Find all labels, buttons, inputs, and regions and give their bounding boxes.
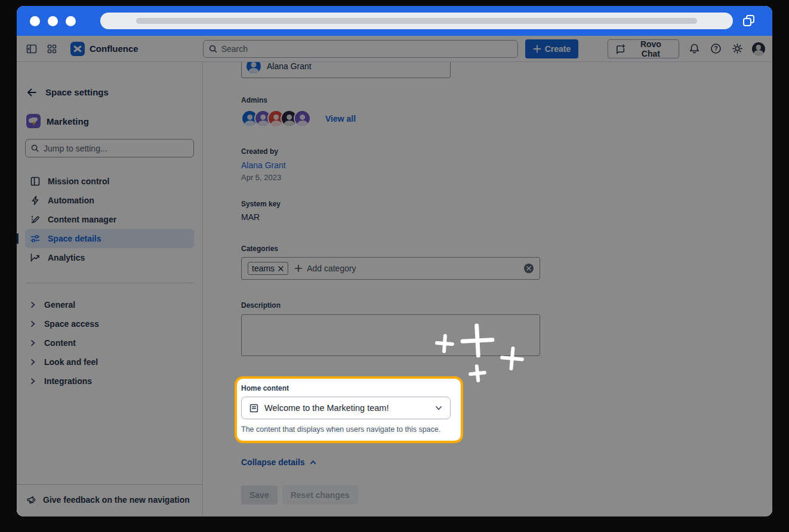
save-button[interactable]: Save bbox=[241, 485, 278, 505]
space-details-icon bbox=[30, 233, 41, 244]
svg-text:?: ? bbox=[714, 45, 717, 52]
category-tag: teams bbox=[248, 262, 288, 275]
create-button[interactable]: Create bbox=[525, 39, 578, 58]
space-settings-sidebar: Space settings Marketing Jump to setting… bbox=[17, 62, 203, 516]
minimize-window-button[interactable] bbox=[48, 16, 58, 26]
chevron-right-icon bbox=[29, 339, 37, 347]
home-content-value: Welcome to the Marketing team! bbox=[264, 403, 429, 413]
plus-icon bbox=[533, 45, 541, 53]
plus-icon bbox=[294, 264, 303, 273]
confluence-logo-icon[interactable] bbox=[70, 42, 85, 56]
section-content[interactable]: Content bbox=[25, 333, 194, 352]
section-general[interactable]: General bbox=[25, 295, 194, 314]
created-date: Apr 5, 2023 bbox=[241, 173, 772, 182]
sidebar-title: Space settings bbox=[45, 87, 109, 97]
app-body: Space settings Marketing Jump to setting… bbox=[17, 62, 772, 516]
content-manager-icon bbox=[30, 214, 41, 225]
megaphone-icon bbox=[26, 494, 37, 505]
app-name: Confluence bbox=[90, 44, 138, 54]
chevron-down-icon bbox=[434, 404, 443, 412]
sidebar-item-content-manager[interactable]: Content manager bbox=[25, 210, 194, 229]
system-key-value: MAR bbox=[241, 212, 772, 222]
description-label: Description bbox=[241, 301, 772, 310]
sidebar-item-space-details[interactable]: Space details bbox=[25, 229, 194, 248]
analytics-icon bbox=[30, 252, 41, 263]
back-arrow-icon bbox=[26, 88, 37, 97]
back-to-space[interactable]: Space settings bbox=[25, 87, 194, 97]
user-avatar[interactable] bbox=[752, 42, 765, 55]
help-icon[interactable]: ? bbox=[708, 41, 723, 57]
remove-tag-icon[interactable] bbox=[278, 265, 284, 272]
rovo-chat-icon bbox=[615, 44, 626, 54]
feedback-link[interactable]: Give feedback on the new navigation bbox=[25, 485, 194, 516]
owner-avatar bbox=[246, 62, 261, 73]
admins-label: Admins bbox=[241, 96, 772, 104]
search-input[interactable]: Search bbox=[203, 40, 518, 58]
rovo-chat-button[interactable]: Rovo Chat bbox=[608, 39, 679, 58]
sidebar-divider bbox=[26, 283, 193, 283]
admins-avatar-row: View all bbox=[241, 110, 772, 127]
admin-avatar[interactable] bbox=[294, 110, 311, 127]
description-textarea[interactable] bbox=[241, 314, 540, 356]
reset-changes-button[interactable]: Reset changes bbox=[282, 485, 358, 505]
browser-window: Confluence Search Create Rovo Chat bbox=[17, 6, 772, 516]
system-key-label: System key bbox=[241, 200, 772, 208]
space-name: Marketing bbox=[47, 116, 89, 126]
search-icon bbox=[30, 144, 39, 153]
space-avatar-icon bbox=[26, 114, 41, 128]
copy-tabs-icon[interactable] bbox=[741, 13, 757, 29]
url-text-placeholder bbox=[136, 18, 697, 24]
collapse-details-link[interactable]: Collapse details bbox=[241, 457, 317, 467]
space-details-main: Alana Grant Admins View all Created by A… bbox=[203, 62, 772, 516]
page-icon bbox=[249, 403, 259, 413]
browser-chrome bbox=[17, 6, 772, 36]
owner-name: Alana Grant bbox=[267, 62, 312, 71]
notifications-icon[interactable] bbox=[686, 41, 702, 57]
section-integrations[interactable]: Integrations bbox=[25, 372, 194, 391]
home-content-spotlight: Home content Welcome to the Marketing te… bbox=[235, 376, 463, 443]
chevron-right-icon bbox=[29, 358, 37, 366]
url-bar[interactable] bbox=[100, 13, 733, 29]
settings-nav: Mission control Automation Content manag… bbox=[25, 172, 194, 267]
settings-sections: General Space access Content Look and fe… bbox=[25, 295, 194, 391]
owner-select[interactable]: Alana Grant bbox=[241, 62, 451, 78]
section-look-and-feel[interactable]: Look and feel bbox=[25, 352, 194, 372]
categories-label: Categories bbox=[241, 245, 772, 253]
categories-input[interactable]: teams Add category bbox=[241, 257, 540, 280]
home-content-select[interactable]: Welcome to the Marketing team! bbox=[241, 397, 451, 419]
home-content-label: Home content bbox=[241, 384, 461, 392]
app-switcher-icon[interactable] bbox=[44, 41, 60, 57]
automation-icon bbox=[30, 195, 41, 206]
sidebar-item-mission-control[interactable]: Mission control bbox=[25, 172, 194, 191]
created-by-label: Created by bbox=[241, 147, 772, 156]
zoom-window-button[interactable] bbox=[66, 16, 76, 26]
chevron-right-icon bbox=[29, 301, 37, 309]
space-identity: Marketing bbox=[25, 114, 194, 128]
search-placeholder: Search bbox=[221, 44, 248, 54]
form-actions: Save Reset changes bbox=[241, 485, 772, 505]
created-by-link[interactable]: Alana Grant bbox=[241, 160, 772, 170]
add-category[interactable]: Add category bbox=[294, 264, 356, 273]
section-space-access[interactable]: Space access bbox=[25, 314, 194, 333]
sidebar-item-analytics[interactable]: Analytics bbox=[25, 248, 194, 267]
chevron-up-icon bbox=[309, 459, 317, 466]
sidebar-item-automation[interactable]: Automation bbox=[25, 191, 194, 210]
settings-gear-icon[interactable] bbox=[729, 41, 745, 57]
traffic-lights[interactable] bbox=[30, 16, 76, 26]
home-content-helper: The content that displays when users nav… bbox=[241, 425, 461, 434]
clear-categories-icon[interactable] bbox=[524, 264, 534, 273]
view-all-link[interactable]: View all bbox=[325, 114, 356, 123]
search-icon bbox=[208, 44, 218, 54]
app-header: Confluence Search Create Rovo Chat bbox=[17, 36, 772, 62]
collapse-sidebar-icon[interactable] bbox=[24, 41, 39, 57]
mission-control-icon bbox=[30, 176, 41, 187]
close-window-button[interactable] bbox=[30, 16, 40, 26]
chevron-right-icon bbox=[29, 320, 37, 328]
selected-indicator bbox=[17, 233, 19, 244]
chevron-right-icon bbox=[29, 377, 37, 385]
jump-to-setting-input[interactable]: Jump to setting... bbox=[25, 139, 194, 157]
jump-placeholder: Jump to setting... bbox=[44, 144, 107, 153]
